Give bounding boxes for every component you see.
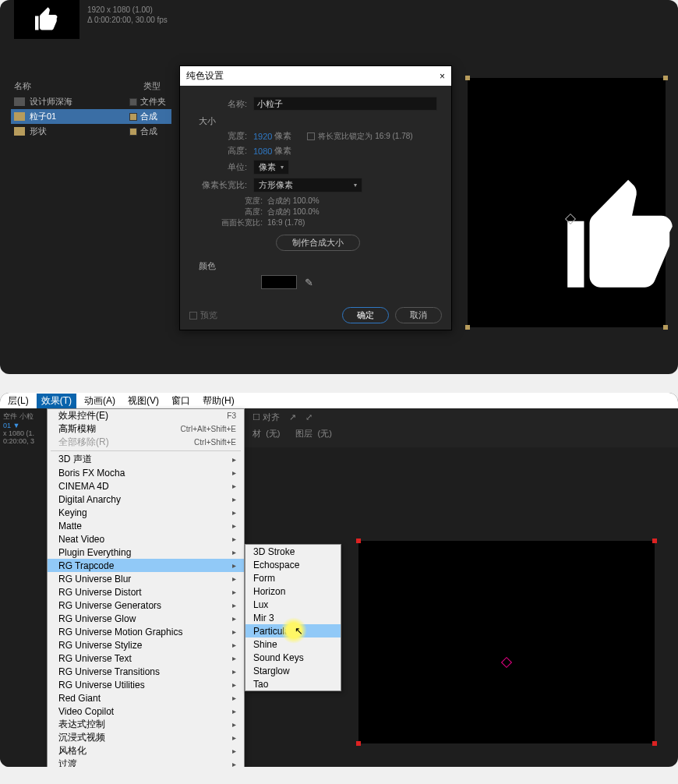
menu-item[interactable]: RG Universe Blur▸ <box>48 572 244 585</box>
menu-item[interactable]: 高斯模糊Ctrl+Alt+Shift+E <box>48 422 244 436</box>
comp-icon <box>14 112 25 121</box>
bbox-handle[interactable] <box>465 76 470 80</box>
ok-button[interactable]: 确定 <box>342 307 389 323</box>
bbox-handle[interactable] <box>652 539 657 543</box>
menu-4[interactable]: 窗口 <box>167 394 195 408</box>
menu-item[interactable]: Keying▸ <box>48 506 244 519</box>
close-icon[interactable]: × <box>440 71 445 82</box>
make-comp-size-button[interactable]: 制作合成大小 <box>276 235 360 251</box>
menu-item[interactable]: Digital Anarchy▸ <box>48 493 244 506</box>
menu-item[interactable]: 风格化▸ <box>48 744 244 758</box>
project-panel-sliver: 空件 小粒 01 ▼ x 1080 (1. 0:20:00, 3 <box>0 408 47 767</box>
menu-item[interactable]: Video Copilot▸ <box>48 705 244 718</box>
bbox-handle[interactable] <box>663 325 668 330</box>
submenu-item[interactable]: Starglow <box>245 664 341 677</box>
tree-header: 名称 类型 <box>11 78 171 94</box>
menu-item[interactable]: RG Universe Distort▸ <box>48 585 244 599</box>
par-label: 像素长宽比: <box>199 179 253 191</box>
name-label: 名称: <box>199 98 253 110</box>
toolbar-icon[interactable]: ↗ <box>289 412 296 422</box>
bbox-handle[interactable] <box>356 539 361 543</box>
menu-3[interactable]: 视图(V) <box>123 394 164 408</box>
anchor-point-icon[interactable] <box>501 657 512 668</box>
menu-item[interactable]: RG Universe Glow▸ <box>48 612 244 625</box>
submenu-item[interactable]: Tao <box>245 677 341 690</box>
eyedropper-icon[interactable]: ✎ <box>303 277 314 288</box>
chevron-down-icon: ▾ <box>354 182 357 189</box>
menu-item[interactable]: 3D 声道▸ <box>48 453 244 466</box>
menu-item[interactable]: RG Universe Text▸ <box>48 652 244 665</box>
composition-viewer[interactable] <box>358 541 655 743</box>
tree-item[interactable]: 设计师深海文件夹 <box>11 94 171 109</box>
par-select[interactable]: 方形像素▾ <box>253 178 362 192</box>
top-toolbar: ☐ 对齐 ↗ ⤢ 材 (无) 图层 (无) <box>245 408 678 447</box>
width-label: 宽度: <box>199 130 253 142</box>
submenu-item[interactable]: Lux <box>245 598 341 611</box>
menu-5[interactable]: 帮助(H) <box>198 394 239 408</box>
menu-item[interactable]: 效果控件(E)F3 <box>48 409 244 422</box>
screenshot-solid-settings: 1920 x 1080 (1.00) Δ 0:00:20:00, 30.00 f… <box>0 0 678 374</box>
project-thumbnail <box>14 0 79 39</box>
bbox-handle[interactable] <box>356 741 361 746</box>
cursor-icon: ↖ <box>295 625 303 637</box>
width-value[interactable]: 1920 <box>253 132 272 141</box>
menu-item[interactable]: CINEMA 4D▸ <box>48 479 244 493</box>
col-name[interactable]: 名称 <box>14 80 131 92</box>
menu-item[interactable]: Matte▸ <box>48 519 244 532</box>
bbox-handle[interactable] <box>465 325 470 330</box>
menu-2[interactable]: 动画(A) <box>79 394 120 408</box>
menu-item[interactable]: RG Universe Transitions▸ <box>48 665 244 678</box>
menu-item[interactable]: Neat Video▸ <box>48 532 244 546</box>
col-type-swatch <box>131 80 140 90</box>
submenu-item[interactable]: Particular <box>245 624 341 637</box>
effect-menu-dropdown: 效果控件(E)F3高斯模糊Ctrl+Alt+Shift+E全部移除(R)Ctrl… <box>47 408 245 767</box>
tree-item[interactable]: 粒子01合成 <box>11 109 171 124</box>
menu-item[interactable]: RG Universe Utilities▸ <box>48 678 244 691</box>
menu-item[interactable]: Plugin Everything▸ <box>48 546 244 559</box>
bbox-handle[interactable] <box>663 76 668 80</box>
snap-checkbox[interactable]: ☐ 对齐 <box>252 411 280 423</box>
dialog-title: 纯色设置 <box>186 69 224 83</box>
composition-preview[interactable] <box>468 78 666 327</box>
comp-icon <box>14 127 25 136</box>
dimension-info: 宽度:合成的 100.0% 高度:合成的 100.0% 画面长宽比:16:9 (… <box>217 196 437 228</box>
menu-item[interactable]: RG Universe Motion Graphics▸ <box>48 625 244 638</box>
menu-item[interactable]: 沉浸式视频▸ <box>48 731 244 744</box>
submenu-item[interactable]: Echospace <box>245 558 341 571</box>
menu-0[interactable]: 层(L) <box>3 394 34 408</box>
submenu-item[interactable]: Sound Keys <box>245 651 341 664</box>
folder-icon <box>14 97 25 106</box>
bbox-handle[interactable] <box>652 741 657 746</box>
submenu-item[interactable]: Mir 3 <box>245 611 341 624</box>
height-value[interactable]: 1080 <box>253 147 272 156</box>
menu-item[interactable]: 全部移除(R)Ctrl+Shift+E <box>48 436 244 449</box>
height-label: 高度: <box>199 145 253 157</box>
col-type[interactable]: 类型 <box>143 80 161 92</box>
submenu-item[interactable]: 3D Stroke <box>245 545 341 558</box>
unit-label: 单位: <box>199 161 253 173</box>
unit-select[interactable]: 像素▾ <box>253 160 289 175</box>
dialog-titlebar[interactable]: 纯色设置 × <box>180 66 451 86</box>
submenu-item[interactable]: Horizon <box>245 584 341 598</box>
preview-checkbox[interactable]: 预览 <box>189 309 217 321</box>
menu-item[interactable]: RG Trapcode▸ <box>48 559 244 572</box>
trapcode-submenu: 3D StrokeEchospaceFormHorizonLuxMir 3Par… <box>245 544 341 691</box>
cancel-button[interactable]: 取消 <box>395 307 442 323</box>
menu-item[interactable]: Boris FX Mocha▸ <box>48 466 244 479</box>
thumbs-up-icon <box>556 171 678 304</box>
menu-1[interactable]: 效果(T) <box>37 394 76 408</box>
color-swatch[interactable] <box>261 275 297 289</box>
lock-aspect-checkbox[interactable]: 将长宽比锁定为 16:9 (1.78) <box>307 131 412 142</box>
menu-item[interactable]: RG Universe Stylize▸ <box>48 638 244 652</box>
toolbar-icon[interactable]: ⤢ <box>305 412 313 422</box>
chevron-down-icon: ▾ <box>281 164 284 171</box>
menu-item[interactable]: 表达式控制▸ <box>48 718 244 731</box>
submenu-item[interactable]: Shine <box>245 637 341 651</box>
menu-item[interactable]: RG Universe Generators▸ <box>48 599 244 612</box>
submenu-item[interactable]: Form <box>245 571 341 584</box>
menu-item[interactable]: Red Giant▸ <box>48 691 244 705</box>
menu-item[interactable]: 过渡▸ <box>48 758 244 767</box>
composition-meta: 1920 x 1080 (1.00) Δ 0:00:20:00, 30.00 f… <box>87 5 168 25</box>
tree-item[interactable]: 形状合成 <box>11 124 171 139</box>
name-input[interactable] <box>253 97 437 111</box>
